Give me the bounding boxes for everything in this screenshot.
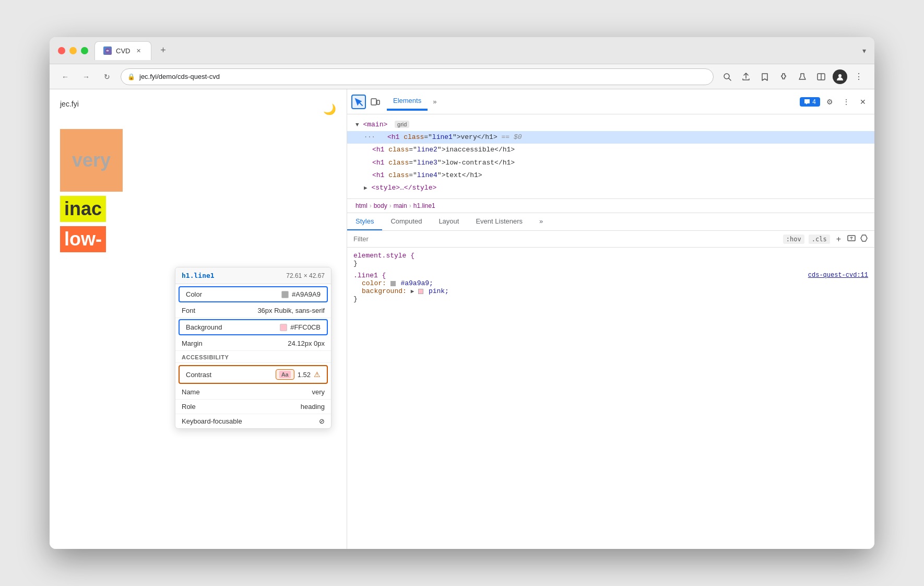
breadcrumb-body[interactable]: body <box>374 202 387 209</box>
line-low-contrast-text: low- <box>60 226 106 252</box>
tooltip-dimensions: 72.61 × 42.67 <box>286 272 325 279</box>
flask-icon[interactable] <box>795 69 810 84</box>
warning-icon: ⚠ <box>314 370 321 379</box>
style-icon-2[interactable] <box>860 234 868 244</box>
browser-window: CVD ✕ + ▾ ← → ↻ 🔒 jec.fyi/demo/cds-quest… <box>50 37 874 549</box>
line1-selector: .line1 { <box>353 272 386 279</box>
tooltip-margin-row: Margin 24.12px 0px <box>175 336 331 351</box>
css-rule-line1: .line1 { cds-quest-cvd:11 color: #a9a9a9… <box>353 272 868 303</box>
svg-rect-8 <box>377 100 380 104</box>
filter-actions: :hov .cls + <box>783 234 868 244</box>
tab-layout[interactable]: Layout <box>430 213 467 230</box>
devtools-panel: Elements » 4 ⚙ ⋮ ✕ <box>347 89 874 549</box>
tab-close-button[interactable]: ✕ <box>134 46 143 55</box>
nav-actions: ⋮ <box>720 69 866 84</box>
inspect-element-button[interactable] <box>351 95 366 109</box>
chat-badge[interactable]: 4 <box>800 97 820 107</box>
content-area: jec.fyi 🌙 very inac low- h1.line1 72.61 … <box>50 89 874 549</box>
tree-h1-line2[interactable]: <h1 class="line2">inaccessible</h1> <box>347 144 874 156</box>
more-options-button[interactable]: ⋮ <box>839 95 854 109</box>
close-devtools-button[interactable]: ✕ <box>856 95 870 109</box>
nav-bar: ← → ↻ 🔒 jec.fyi/demo/cds-quest-cvd <box>50 64 874 89</box>
margin-label: Margin <box>182 339 203 347</box>
menu-icon[interactable]: ⋮ <box>851 69 866 84</box>
split-view-icon[interactable] <box>814 69 828 84</box>
color-property: color: <box>362 279 386 287</box>
line-very-container: very <box>60 129 123 192</box>
color-value-css: #a9a9a9; <box>400 279 433 287</box>
styles-filter-bar: :hov .cls + <box>347 231 874 248</box>
accessibility-header: ACCESSIBILITY <box>175 351 331 363</box>
tab-more-styles[interactable]: » <box>531 213 551 230</box>
breadcrumb-h1-line1[interactable]: h1.line1 <box>413 202 435 209</box>
tree-main-tag: ▼ <main> grid <box>347 119 874 131</box>
element-style-close: } <box>353 260 358 267</box>
tooltip-header: h1.line1 72.61 × 42.67 <box>175 267 331 284</box>
line1-source[interactable]: cds-quest-cvd:11 <box>808 272 868 279</box>
dark-mode-toggle[interactable]: 🌙 <box>323 103 336 115</box>
tree-h1-line3[interactable]: <h1 class="line3">low-contrast</h1> <box>347 157 874 169</box>
active-tab[interactable]: CVD ✕ <box>94 41 151 60</box>
tree-h1-line4[interactable]: <h1 class="line4">text</h1> <box>347 169 874 182</box>
minimize-button[interactable] <box>69 47 77 54</box>
keyboard-label: Keyboard-focusable <box>182 417 242 425</box>
device-toolbar-button[interactable] <box>368 95 383 109</box>
background-property: background: <box>362 287 407 295</box>
background-swatch <box>280 324 287 331</box>
forward-button[interactable]: → <box>79 69 93 84</box>
add-style-button[interactable]: + <box>834 235 843 244</box>
role-label: Role <box>182 403 196 411</box>
filter-cls-button[interactable]: .cls <box>809 235 830 244</box>
font-value: 36px Rubik, sans-serif <box>257 307 325 314</box>
tree-style-tag[interactable]: ▶ <style>…</style> <box>347 182 874 194</box>
tooltip-role-row: Role heading <box>175 400 331 414</box>
address-bar[interactable]: 🔒 jec.fyi/demo/cds-quest-cvd <box>121 68 714 85</box>
more-tabs-button[interactable]: » <box>430 93 440 110</box>
tab-styles[interactable]: Styles <box>347 213 382 230</box>
new-tab-button[interactable]: + <box>156 43 170 58</box>
contrast-sample: Aa <box>279 371 291 378</box>
svg-rect-7 <box>371 99 376 105</box>
name-value: very <box>312 388 325 396</box>
maximize-button[interactable] <box>81 47 88 54</box>
html-tree: ▼ <main> grid ··· <h1 class="line1">very… <box>347 114 874 198</box>
tab-event-listeners[interactable]: Event Listeners <box>467 213 531 230</box>
back-button[interactable]: ← <box>58 69 73 84</box>
svg-line-6 <box>359 102 362 106</box>
role-value: heading <box>301 403 325 411</box>
tooltip-keyboard-row: Keyboard-focusable ⊘ <box>175 414 331 428</box>
tab-computed[interactable]: Computed <box>382 213 430 230</box>
webpage-content: very inac low- <box>60 129 336 252</box>
account-icon[interactable] <box>833 69 847 84</box>
name-label: Name <box>182 388 200 396</box>
contrast-label: Contrast <box>186 371 211 379</box>
tab-favicon <box>103 46 112 55</box>
filter-input[interactable] <box>353 235 779 243</box>
element-tooltip: h1.line1 72.61 × 42.67 Color #A9A9A9 Fon… <box>175 267 331 429</box>
breadcrumb-main[interactable]: main <box>394 202 407 209</box>
filter-hov-button[interactable]: :hov <box>783 235 804 244</box>
margin-value: 24.12px 0px <box>288 339 325 347</box>
tree-h1-line1[interactable]: ··· <h1 class="line1">very</h1> == $0 <box>347 131 874 144</box>
extensions-icon[interactable] <box>776 69 791 84</box>
devtools-toolbar: Elements » 4 ⚙ ⋮ ✕ <box>347 89 874 114</box>
share-icon[interactable] <box>739 69 753 84</box>
svg-line-2 <box>729 78 731 80</box>
refresh-button[interactable]: ↻ <box>100 69 114 84</box>
search-icon[interactable] <box>720 69 735 84</box>
background-arrow[interactable]: ▶ <box>411 288 414 295</box>
webpage-panel: jec.fyi 🌙 very inac low- h1.line1 72.61 … <box>50 89 347 549</box>
keyboard-value: ⊘ <box>319 417 325 425</box>
title-bar: CVD ✕ + ▾ <box>50 37 874 64</box>
settings-button[interactable]: ⚙ <box>822 95 837 109</box>
tooltip-name-row: Name very <box>175 385 331 400</box>
bookmark-icon[interactable] <box>757 69 772 84</box>
close-button[interactable] <box>58 47 65 54</box>
chevron-down-icon[interactable]: ▾ <box>862 46 866 55</box>
breadcrumb-html[interactable]: html <box>356 202 368 209</box>
color-swatch <box>281 291 289 298</box>
tab-bar: CVD ✕ + ▾ <box>94 41 866 60</box>
style-icon-1[interactable] <box>847 234 856 244</box>
elements-tab[interactable]: Elements <box>387 92 428 110</box>
background-swatch-small <box>418 289 423 294</box>
